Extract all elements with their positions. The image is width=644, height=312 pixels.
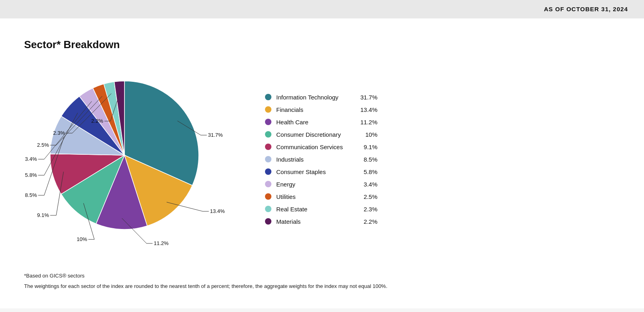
legend-item: Industrials8.5% bbox=[265, 156, 377, 163]
legend-sector-name: Utilities bbox=[276, 193, 356, 200]
legend-sector-value: 13.4% bbox=[360, 106, 377, 113]
legend-item: Utilities2.5% bbox=[265, 193, 377, 200]
pie-chart: 31.7%13.4%11.2%10%9.1%8.5%5.8%3.4%2.5%2.… bbox=[24, 67, 233, 251]
legend-sector-value: 9.1% bbox=[364, 144, 377, 150]
pie-label-9: 2.3% bbox=[53, 130, 65, 136]
legend-dot bbox=[265, 131, 271, 138]
footnote-1: *Based on GICS® sectors bbox=[24, 271, 620, 280]
legend-sector-name: Information Technology bbox=[276, 94, 352, 101]
legend-item: Financials13.4% bbox=[265, 106, 377, 113]
legend-dot bbox=[265, 156, 271, 162]
pie-label-0: 31.7% bbox=[208, 132, 223, 138]
legend-sector-name: Consumer Staples bbox=[276, 168, 356, 175]
legend-dot bbox=[265, 94, 271, 100]
legend: Information Technology31.7%Financials13.… bbox=[265, 94, 377, 225]
legend-sector-name: Energy bbox=[276, 181, 356, 188]
legend-sector-name: Materials bbox=[276, 218, 356, 225]
header-bar: AS OF OCTOBER 31, 2024 bbox=[0, 0, 644, 18]
legend-dot bbox=[265, 144, 271, 150]
pie-label-8: 2.5% bbox=[37, 142, 49, 148]
pie-label-1: 13.4% bbox=[210, 208, 225, 214]
legend-sector-name: Real Estate bbox=[276, 206, 356, 213]
legend-item: Communication Services9.1% bbox=[265, 144, 377, 150]
legend-item: Information Technology31.7% bbox=[265, 94, 377, 101]
pie-label-2: 11.2% bbox=[154, 240, 169, 246]
section-title: Sector* Breakdown bbox=[24, 38, 620, 51]
legend-item: Consumer Staples5.8% bbox=[265, 168, 377, 175]
legend-dot bbox=[265, 168, 271, 175]
legend-dot bbox=[265, 218, 271, 225]
pie-label-5: 8.5% bbox=[25, 192, 37, 198]
legend-dot bbox=[265, 193, 271, 200]
pie-label-7: 3.4% bbox=[25, 156, 37, 162]
legend-sector-value: 2.5% bbox=[364, 193, 377, 200]
legend-sector-name: Communication Services bbox=[276, 144, 356, 150]
legend-dot bbox=[265, 106, 271, 113]
legend-sector-value: 2.2% bbox=[364, 218, 377, 225]
main-content: Sector* Breakdown 31.7%13.4%11.2%10%9.1%… bbox=[0, 18, 644, 308]
pie-chart-container: 31.7%13.4%11.2%10%9.1%8.5%5.8%3.4%2.5%2.… bbox=[24, 67, 233, 251]
footnote-2: The weightings for each sector of the in… bbox=[24, 282, 620, 291]
chart-area: 31.7%13.4%11.2%10%9.1%8.5%5.8%3.4%2.5%2.… bbox=[24, 67, 620, 251]
legend-dot bbox=[265, 119, 271, 125]
legend-dot bbox=[265, 181, 271, 187]
legend-sector-value: 8.5% bbox=[364, 156, 377, 163]
legend-sector-name: Consumer Discretionary bbox=[276, 131, 357, 138]
legend-sector-value: 2.3% bbox=[364, 206, 377, 213]
legend-sector-name: Financials bbox=[276, 106, 352, 113]
pie-label-10: 2.2% bbox=[91, 118, 103, 124]
legend-item: Health Care11.2% bbox=[265, 119, 377, 126]
legend-sector-value: 5.8% bbox=[364, 168, 377, 175]
legend-sector-value: 3.4% bbox=[364, 181, 377, 188]
legend-sector-name: Industrials bbox=[276, 156, 356, 163]
legend-item: Materials2.2% bbox=[265, 218, 377, 225]
legend-sector-value: 31.7% bbox=[360, 94, 377, 101]
legend-item: Real Estate2.3% bbox=[265, 206, 377, 213]
footer-notes: *Based on GICS® sectors The weightings f… bbox=[24, 271, 620, 291]
legend-sector-value: 10% bbox=[365, 131, 377, 138]
legend-item: Consumer Discretionary10% bbox=[265, 131, 377, 138]
legend-sector-name: Health Care bbox=[276, 119, 352, 126]
pie-label-3: 10% bbox=[77, 236, 87, 242]
date-label: AS OF OCTOBER 31, 2024 bbox=[544, 6, 628, 12]
legend-item: Energy3.4% bbox=[265, 181, 377, 188]
legend-sector-value: 11.2% bbox=[360, 119, 377, 126]
pie-label-6: 5.8% bbox=[25, 172, 37, 178]
legend-dot bbox=[265, 206, 271, 212]
pie-label-4: 9.1% bbox=[37, 212, 49, 218]
